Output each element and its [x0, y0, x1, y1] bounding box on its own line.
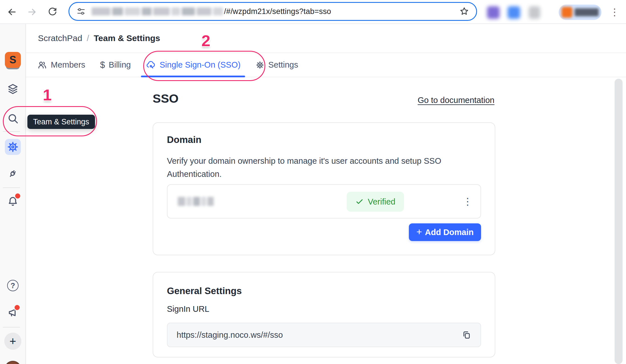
- kebab-menu-icon: ⋮: [610, 7, 619, 17]
- verified-badge: Verified: [347, 192, 404, 212]
- add-domain-label: Add Domain: [425, 228, 474, 237]
- dollar-icon: $: [100, 60, 105, 70]
- tab-label: Billing: [109, 60, 131, 70]
- star-icon: [459, 6, 469, 17]
- page-title: SSO: [153, 92, 179, 106]
- sidebar-item-bases[interactable]: [5, 81, 21, 97]
- browser-toolbar: /#/wzpdm21x/settings?tab=sso ⋮: [0, 0, 626, 24]
- breadcrumb: ScratchPad / Team & Settings: [26, 24, 626, 53]
- annotation-number-1: 1: [43, 86, 52, 104]
- check-icon: [355, 197, 364, 206]
- tab-billing[interactable]: $ Billing: [93, 53, 138, 77]
- url-path: /#/wzpdm21x/settings?tab=sso: [224, 7, 331, 16]
- copy-url-button[interactable]: [462, 330, 471, 340]
- profile-chip-content: [562, 7, 599, 18]
- bookmark-star-button[interactable]: [459, 6, 469, 17]
- whats-new-badge: [15, 305, 20, 310]
- browser-window: /#/wzpdm21x/settings?tab=sso ⋮ S: [0, 0, 626, 364]
- address-bar[interactable]: /#/wzpdm21x/settings?tab=sso: [68, 2, 477, 21]
- plug-icon: [7, 167, 19, 179]
- forward-button[interactable]: [24, 4, 40, 20]
- sidebar-divider: [3, 327, 20, 327]
- sidebar-item-notifications[interactable]: [5, 193, 21, 209]
- layers-icon: [7, 83, 19, 95]
- gear-icon: [7, 141, 19, 153]
- vertical-scrollbar-thumb[interactable]: [615, 79, 623, 364]
- sidebar-item-team-settings[interactable]: [5, 139, 21, 155]
- domain-actions-menu-button[interactable]: ⋮: [463, 185, 472, 218]
- workspace-logo-blurred: [562, 7, 572, 18]
- breadcrumb-separator: /: [87, 33, 89, 43]
- domain-card-title: Domain: [167, 134, 201, 145]
- breadcrumb-current: Team & Settings: [94, 33, 160, 43]
- domain-card: Domain Verify your domain ownership to m…: [153, 122, 495, 255]
- sidebar-divider: [3, 187, 20, 188]
- kebab-menu-icon: ⋮: [463, 196, 472, 207]
- domain-row: Verified ⋮: [167, 184, 481, 219]
- mini-sidebar: S: [0, 24, 26, 364]
- general-card-title: General Settings: [167, 286, 242, 296]
- go-to-documentation-link[interactable]: Go to documentation: [418, 96, 494, 105]
- add-domain-button[interactable]: + Add Domain: [409, 223, 481, 241]
- workspace-logo[interactable]: S: [5, 52, 21, 68]
- team-settings-tooltip: Team & Settings: [27, 115, 95, 129]
- extension-icon[interactable]: [487, 6, 500, 19]
- question-icon: ?: [7, 280, 19, 291]
- tab-members[interactable]: Members: [30, 53, 93, 77]
- general-settings-card: General Settings SignIn URL https://stag…: [153, 272, 495, 357]
- browser-menu-button[interactable]: ⋮: [607, 4, 623, 20]
- signin-url-label: SignIn URL: [167, 304, 209, 314]
- notification-badge: [15, 193, 20, 199]
- verified-label: Verified: [368, 197, 395, 207]
- redacted-url-domain: [92, 7, 223, 15]
- reload-icon: [47, 7, 58, 17]
- profile-name-blurred: [575, 8, 599, 16]
- annotation-circle-step2: [143, 51, 265, 81]
- settings-tabs: Members $ Billing Single Sign-On (SSO) S…: [26, 53, 626, 77]
- tab-label: Members: [51, 60, 85, 70]
- extension-icon[interactable]: [508, 6, 520, 19]
- tab-label: Settings: [268, 60, 298, 70]
- extension-icon[interactable]: [529, 6, 540, 19]
- forward-arrow-icon: [27, 7, 37, 17]
- domain-card-description: Verify your domain ownership to manage i…: [167, 154, 469, 181]
- signin-url-field[interactable]: https://staging.noco.ws/#/sso: [167, 323, 481, 347]
- breadcrumb-workspace[interactable]: ScratchPad: [38, 33, 82, 43]
- back-button[interactable]: [4, 4, 20, 20]
- browser-profile-chip[interactable]: [559, 5, 601, 20]
- users-icon: [37, 60, 47, 70]
- add-workspace-button[interactable]: +: [4, 333, 21, 350]
- sidebar-item-whats-new[interactable]: [5, 304, 21, 320]
- reload-button[interactable]: [45, 4, 60, 20]
- redacted-domain-name: [178, 197, 214, 206]
- copy-icon: [462, 330, 471, 340]
- sidebar-item-help[interactable]: ?: [5, 278, 21, 294]
- signin-url-value: https://staging.noco.ws/#/sso: [177, 330, 283, 340]
- sidebar-item-integrations[interactable]: [5, 165, 21, 181]
- user-avatar[interactable]: [4, 361, 21, 364]
- annotation-number-2: 2: [201, 31, 210, 50]
- site-settings-icon: [76, 7, 86, 16]
- plus-icon: +: [416, 226, 422, 237]
- sso-settings-panel: SSO Go to documentation Domain Verify yo…: [26, 77, 626, 364]
- back-arrow-icon: [7, 7, 17, 17]
